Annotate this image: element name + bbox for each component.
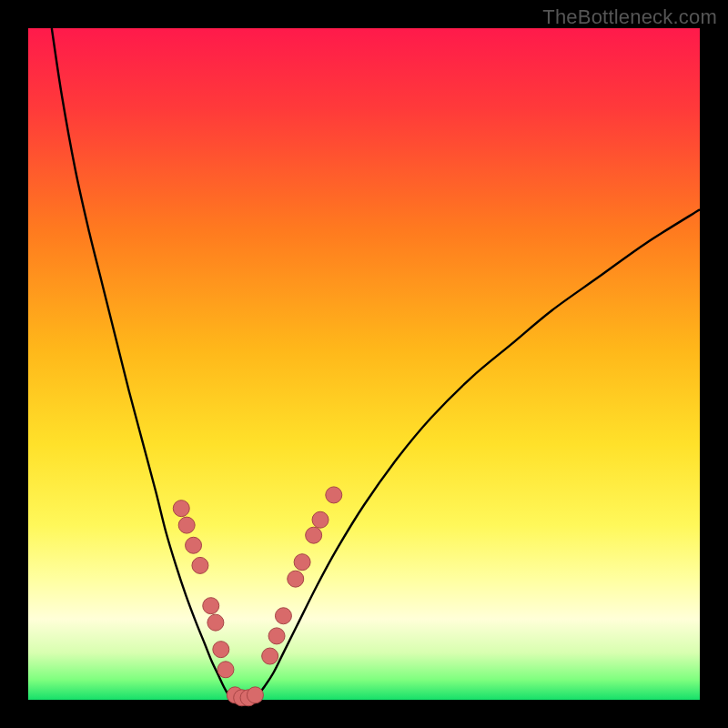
marker-point <box>288 571 304 587</box>
chart-frame: TheBottleneck.com <box>0 0 728 728</box>
marker-point <box>213 642 229 658</box>
marker-point <box>306 527 322 543</box>
marker-point <box>275 608 291 624</box>
marker-point <box>312 511 329 528</box>
marker-point <box>217 662 234 678</box>
marker-point <box>186 537 202 553</box>
plot-background <box>28 28 700 700</box>
chart-svg <box>0 0 728 728</box>
marker-point <box>326 487 342 503</box>
marker-point <box>294 554 310 571</box>
marker-point <box>207 614 224 631</box>
marker-point <box>203 598 219 614</box>
marker-point <box>262 648 278 664</box>
marker-point <box>173 500 189 517</box>
marker-point <box>268 628 285 644</box>
marker-point <box>178 517 195 533</box>
marker-point <box>247 687 263 703</box>
marker-point <box>192 557 208 573</box>
